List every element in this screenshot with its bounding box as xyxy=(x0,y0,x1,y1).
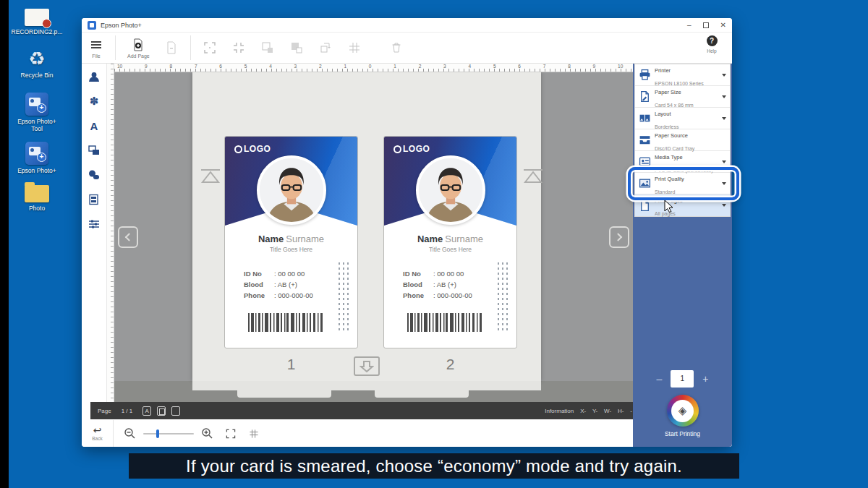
layout-tool-button[interactable] xyxy=(87,192,101,207)
text-frame-toggle-icon[interactable]: A xyxy=(142,406,151,416)
adjust-tool-button[interactable] xyxy=(87,217,101,231)
setting-row-print-quality[interactable]: Print QualityStandard xyxy=(635,173,730,194)
add-page-button[interactable]: Add Page xyxy=(120,33,157,63)
tray-tab xyxy=(375,390,469,398)
next-page-arrow[interactable] xyxy=(609,226,629,248)
scale-down-button[interactable] xyxy=(224,33,253,63)
text-tool-button[interactable]: A xyxy=(87,119,101,133)
bring-forward-button[interactable] xyxy=(282,33,311,63)
setting-row-print-pages[interactable]: Print PagesAll pages xyxy=(635,194,730,216)
add-page-label: Add Page xyxy=(127,53,150,59)
tray-tab xyxy=(237,390,331,398)
desktop-icon-epson-photo[interactable]: + Epson Photo+ xyxy=(6,142,68,174)
tools-sidebar: ✽ A xyxy=(82,64,107,403)
desktop-icon-recycle-bin[interactable]: ♻ Recycle Bin xyxy=(6,48,68,79)
layout-panel-icon xyxy=(88,193,101,206)
setting-row-layout[interactable]: LayoutBorderless xyxy=(635,108,730,129)
help-icon: ? xyxy=(707,35,718,46)
barcode xyxy=(407,313,482,332)
grid-view-icon[interactable] xyxy=(248,428,260,440)
copies-stepper: – 1 + xyxy=(633,370,732,388)
stamp-tool-button[interactable]: ✽ xyxy=(87,94,101,108)
epson-photo-icon: + xyxy=(25,142,48,165)
single-page-view-icon[interactable] xyxy=(171,406,180,416)
shapes-tool-button[interactable] xyxy=(87,143,101,158)
remove-page-button[interactable] xyxy=(157,33,186,63)
recording-file-icon xyxy=(25,9,49,26)
zoom-slider[interactable] xyxy=(143,433,194,435)
desktop-icon-label: Recycle Bin xyxy=(6,72,68,79)
layout-icon xyxy=(639,112,651,124)
maximize-button[interactable] xyxy=(703,22,709,28)
subtitle-text: If your card is smeared, choose “economy… xyxy=(186,456,682,476)
zoom-in-icon[interactable] xyxy=(201,427,213,440)
setting-row-paper-size[interactable]: Paper SizeCard 54 x 86 mm xyxy=(635,86,730,108)
field-label: Phone xyxy=(244,290,274,301)
first-name: Name xyxy=(258,234,284,244)
paper-size-icon xyxy=(639,90,651,103)
setting-label: Paper Source xyxy=(655,132,688,139)
photo-tool-button[interactable] xyxy=(87,69,101,84)
scale-down-icon xyxy=(231,40,246,55)
setting-row-media-type[interactable]: Media TypePVC ID Card (Borderless) xyxy=(635,151,730,173)
card-name: NameSurname xyxy=(384,234,516,244)
tray-foot xyxy=(192,381,541,390)
shapes-icon xyxy=(88,144,101,157)
field-label: ID No xyxy=(244,268,274,279)
setting-label: Media Type xyxy=(655,154,683,160)
first-name: Name xyxy=(417,234,443,244)
settings-panel: PrinterEPSON L8100 Series Paper SizeCard… xyxy=(634,64,731,217)
previous-page-arrow[interactable] xyxy=(118,226,138,248)
file-menu-button[interactable]: File xyxy=(82,33,111,63)
print-quality-icon xyxy=(639,177,651,189)
dropdown-arrow-icon xyxy=(722,95,726,98)
vertical-ruler xyxy=(107,64,114,403)
card-title: Title Goes Here xyxy=(225,246,357,253)
help-label: Help xyxy=(697,48,726,53)
desktop-icon-epson-photo-tool[interactable]: + Epson Photo+ Tool xyxy=(6,93,68,132)
delete-button[interactable] xyxy=(382,33,411,63)
desktop-icon-label: RECORDING2.p... xyxy=(6,28,68,35)
desktop-icon-photo-folder[interactable]: Photo xyxy=(6,185,68,212)
setting-row-paper-source[interactable]: Paper SourceDisc/ID Card Tray xyxy=(635,129,730,151)
pages-view-icon[interactable] xyxy=(157,406,166,416)
rotate-icon xyxy=(318,40,333,55)
id-card-page-2[interactable]: LOGO NameSurname Title Goes Here xyxy=(383,136,517,348)
setting-row-printer[interactable]: PrinterEPSON L8100 Series xyxy=(635,64,730,86)
grid-toggle-button[interactable] xyxy=(340,33,369,63)
minimize-button[interactable]: – xyxy=(687,19,692,32)
setting-label: Layout xyxy=(655,111,671,117)
horizontal-ruler: 10 9 8 7 6 5 4 3 2 1 0 1 2 3 4 5 6 7 8 9… xyxy=(114,64,633,72)
tray-alignment-mark xyxy=(200,166,221,184)
scale-up-button[interactable] xyxy=(195,33,224,63)
card-photo xyxy=(416,155,485,225)
desktop-icon-recording[interactable]: RECORDING2.p... xyxy=(6,9,68,35)
fit-screen-icon[interactable] xyxy=(225,428,237,440)
send-backward-button[interactable] xyxy=(253,33,282,63)
field-value: : 000-000-00 xyxy=(274,290,313,301)
add-page-icon xyxy=(131,38,145,52)
logo-circle-icon xyxy=(234,145,242,153)
close-button[interactable]: ✕ xyxy=(720,19,726,32)
back-button[interactable]: ↩ Back xyxy=(82,420,114,447)
desktop-icon-label: Epson Photo+ xyxy=(6,167,68,174)
field-label: Phone xyxy=(403,290,433,301)
preview-canvas: LOGO NameSurname Title Goes Here xyxy=(114,72,633,403)
id-card-page-1[interactable]: LOGO NameSurname Title Goes Here xyxy=(224,136,358,348)
copies-minus-button[interactable]: – xyxy=(657,374,663,384)
copies-count[interactable]: 1 xyxy=(671,370,694,388)
desktop-icon-label: Epson Photo+ Tool xyxy=(14,118,60,132)
rotate-button[interactable] xyxy=(311,33,340,63)
start-printing-ring-icon: ◈ xyxy=(667,395,699,427)
feed-direction-button[interactable] xyxy=(354,356,380,376)
remove-page-icon xyxy=(164,40,179,55)
zoom-slider-thumb[interactable] xyxy=(156,429,159,438)
help-button[interactable]: ? Help xyxy=(697,35,726,53)
undo-arrow-icon: ↩ xyxy=(93,426,102,435)
last-name: Surname xyxy=(445,234,483,244)
field-value: : AB (+) xyxy=(433,279,456,290)
freeform-tool-button[interactable] xyxy=(87,168,101,182)
copies-plus-button[interactable]: + xyxy=(702,374,708,384)
zoom-out-icon[interactable] xyxy=(124,427,136,440)
start-printing-button[interactable]: ◈ Start Printing xyxy=(633,395,732,437)
